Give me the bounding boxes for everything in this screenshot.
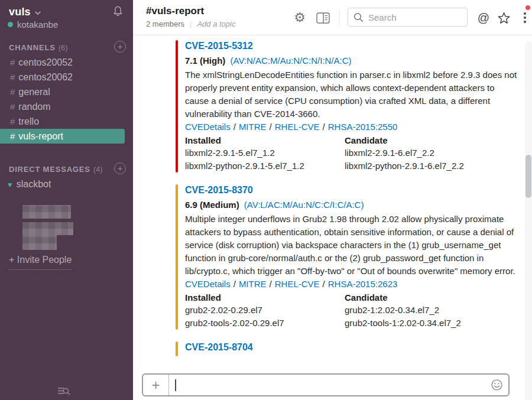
sidebar-item-random[interactable]: #random <box>0 99 133 114</box>
sidebar-item-trello[interactable]: #trello <box>0 114 133 129</box>
channel-header: #vuls-report 2 members | Add a topic ⚙ <box>133 0 532 35</box>
installed-package: grub2-2.02-0.29.el7 <box>185 304 345 317</box>
search-input[interactable] <box>368 12 457 22</box>
cvss-vector-link[interactable]: (AV:L/AC:M/Au:N/C:C/I:C/A:C) <box>244 200 364 210</box>
installed-label: Installed <box>185 135 345 147</box>
reference-links: CVEDetails/MITRE/RHEL-CVE/RHSA-2015:2550 <box>185 121 519 134</box>
current-user-menu[interactable]: kotakanbe <box>8 19 58 30</box>
attach-file-button[interactable]: + <box>143 375 169 395</box>
sidebar: vuls kotakanbe CHANNELS (6) + #centos200… <box>0 0 133 400</box>
cvss-score: 6.9 (Medium) <box>185 200 239 210</box>
link-separator: / <box>323 122 325 132</box>
rhel-cve-link[interactable]: RHEL-CVE <box>275 122 320 132</box>
redacted-dm-item[interactable] <box>22 205 71 219</box>
redacted-dm-item[interactable] <box>22 235 57 250</box>
channel-name: general <box>18 87 50 97</box>
sidebar-item-general[interactable]: #general <box>0 84 133 99</box>
message-input[interactable] <box>169 375 485 395</box>
candidate-field: Candidate grub2-1:2.02-0.34.el7_2 grub2-… <box>345 292 504 330</box>
channels-label: CHANNELS <box>9 43 56 52</box>
search-box[interactable] <box>348 8 468 27</box>
cve-title-link[interactable]: CVE-2015-5312 <box>185 40 519 52</box>
cvedetails-link[interactable]: CVEDetails <box>185 122 231 132</box>
search-icon <box>353 12 364 22</box>
installed-package: grub2-tools-2.02-0.29.el7 <box>185 317 345 330</box>
cve-description: Multiple integer underflows in Grub2 1.9… <box>185 213 519 278</box>
mitre-link[interactable]: MITRE <box>239 279 267 289</box>
candidate-package: grub2-tools-1:2.02-0.34.el7_2 <box>345 317 504 330</box>
cve-description: The xmlStringLenDecodeEntities function … <box>185 69 519 121</box>
workspace-name[interactable]: vuls <box>9 6 31 18</box>
workspace-menu[interactable]: vuls <box>9 5 126 19</box>
installed-label: Installed <box>185 292 345 304</box>
rhel-cve-link[interactable]: RHEL-CVE <box>275 279 320 289</box>
cvedetails-link[interactable]: CVEDetails <box>185 279 231 289</box>
channel-name: centos20062 <box>18 72 73 82</box>
dms-label: DIRECT MESSAGES <box>9 165 90 174</box>
installed-field: Installed grub2-2.02-0.29.el7 grub2-tool… <box>185 292 345 330</box>
cvss-score: 7.1 (High) <box>185 56 225 66</box>
more-options-icon[interactable] <box>516 9 532 27</box>
candidate-package: libxml2-2.9.1-6.el7_2.2 <box>345 147 504 160</box>
create-channel-icon[interactable]: + <box>114 41 126 53</box>
cve-title-link[interactable]: CVE-2015-8704 <box>185 342 519 353</box>
channels-section-header: CHANNELS (6) + <box>9 41 126 53</box>
installed-package: libxml2-python-2.9.1-5.el7_1.2 <box>185 160 345 173</box>
rhsa-link[interactable]: RHSA-2015:2550 <box>328 122 398 132</box>
candidate-package: libxml2-python-2.9.1-6.el7_2.2 <box>345 160 504 173</box>
hash-icon: # <box>10 72 15 82</box>
presence-dot-icon <box>8 22 13 27</box>
add-topic-button[interactable]: Add a topic <box>197 19 235 28</box>
slack-app-window: vuls kotakanbe CHANNELS (6) + #centos200… <box>0 0 532 400</box>
channel-list: #centos20052 #centos20062 #general #rand… <box>0 55 133 144</box>
installed-field: Installed libxml2-2.9.1-5.el7_1.2 libxml… <box>185 135 345 173</box>
header-separator <box>339 9 340 26</box>
redacted-dm-item[interactable] <box>22 222 73 235</box>
channels-count: (6) <box>59 43 68 52</box>
dms-count: (4) <box>93 165 103 174</box>
scrollbar-track[interactable] <box>525 41 532 400</box>
notifications-bell-icon[interactable] <box>112 5 124 18</box>
cvss-vector-link[interactable]: (AV:N/AC:M/Au:N/C:N/I:N/A:C) <box>231 56 352 66</box>
emoji-picker-icon[interactable] <box>485 375 508 395</box>
link-separator: / <box>233 122 236 132</box>
header-divider: | <box>190 19 192 28</box>
chevron-down-icon <box>35 11 41 15</box>
message-composer[interactable]: + <box>142 373 510 396</box>
message-attachment-cve-2015-8704: CVE-2015-8704 <box>176 342 525 356</box>
channel-name: trello <box>18 116 39 126</box>
dm-name: slackbot <box>17 179 51 190</box>
channel-title: #vuls-report <box>146 5 204 17</box>
sidebar-item-vuls-report[interactable]: #vuls-report <box>0 129 125 144</box>
link-separator: / <box>270 279 272 289</box>
text-cursor <box>175 379 176 391</box>
channel-settings-gear-icon[interactable]: ⚙ <box>291 9 309 27</box>
cve-title-link[interactable]: CVE-2015-8370 <box>185 184 519 196</box>
candidate-package: grub2-1:2.02-0.34.el7_2 <box>345 304 504 317</box>
installed-package: libxml2-2.9.1-5.el7_1.2 <box>185 147 345 160</box>
link-separator: / <box>233 279 236 289</box>
mentions-icon[interactable]: @ <box>475 9 492 27</box>
sidebar-item-centos20052[interactable]: #centos20052 <box>0 55 133 70</box>
search-conversations-icon[interactable] <box>57 385 71 397</box>
scrollbar-thumb[interactable] <box>525 155 531 198</box>
open-dm-icon[interactable]: + <box>114 162 126 174</box>
invite-people-button[interactable]: + Invite People <box>9 255 72 270</box>
channel-name: vuls-report <box>18 131 63 141</box>
candidate-label: Candidate <box>345 135 504 147</box>
mitre-link[interactable]: MITRE <box>239 122 267 132</box>
hash-icon: # <box>10 57 15 67</box>
link-separator: / <box>323 279 325 289</box>
candidate-label: Candidate <box>345 292 504 304</box>
members-count[interactable]: 2 members <box>146 19 184 28</box>
composer-area: + <box>133 370 525 400</box>
channel-pane: #vuls-report 2 members | Add a topic ⚙ <box>133 0 532 400</box>
rhsa-link[interactable]: RHSA-2015:2623 <box>328 279 398 289</box>
message-list[interactable]: CVE-2015-5312 7.1 (High) (AV:N/AC:M/Au:N… <box>133 36 525 400</box>
toggle-flexpane-icon[interactable] <box>314 9 332 27</box>
message-attachment-cve-2015-8370: CVE-2015-8370 6.9 (Medium) (AV:L/AC:M/Au… <box>176 184 525 330</box>
link-separator: / <box>270 122 272 132</box>
sidebar-item-slackbot[interactable]: ♥ slackbot <box>8 177 51 191</box>
sidebar-item-centos20062[interactable]: #centos20062 <box>0 70 133 84</box>
starred-items-icon[interactable] <box>495 9 512 27</box>
